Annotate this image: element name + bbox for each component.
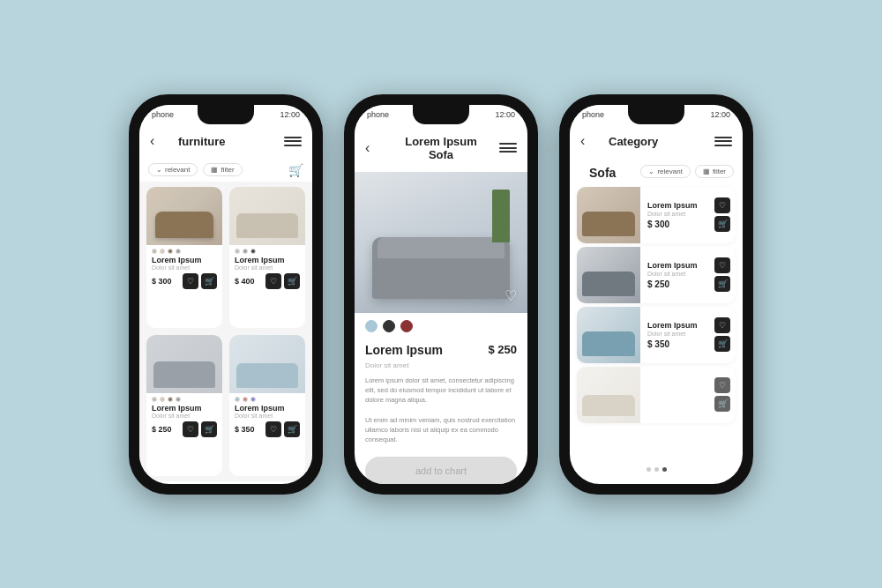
product-sub-4: Dolor sit amet [229,413,305,419]
list-image-2 [577,247,640,303]
cart-btn-2[interactable]: 🛒 [284,273,300,289]
list-cart-btn-4[interactable]: 🛒 [714,396,730,412]
color-dots-3 [146,393,222,404]
list-cart-btn-3[interactable]: 🛒 [714,336,730,352]
status-left-1: phone [152,110,174,119]
relevant-filter-3[interactable]: ⌄ relevant [640,165,690,178]
product-sub-3: Dolor sit amet [146,413,222,419]
list-info-2: Lorem Ipsum Dolor sit amet $ 250 [640,256,709,294]
filter-button-1[interactable]: ▦ filter [203,163,242,176]
scroll-dot-2 [654,467,659,472]
color-option-red[interactable] [400,320,413,332]
list-wishlist-btn-4[interactable]: ♡ [714,377,730,393]
list-cart-btn-2[interactable]: 🛒 [714,276,730,292]
filter-button-3[interactable]: ▦ filter [695,165,734,178]
product-sub-2: Dolor sit amet [229,264,305,271]
list-cart-btn-1[interactable]: 🛒 [714,216,730,232]
filter-label-3: filter [713,167,726,175]
color-dots-4 [229,393,305,404]
wishlist-btn-3[interactable]: ♡ [183,421,198,437]
color-selector [355,313,527,339]
color-dot-3[interactable] [168,249,173,254]
nav-bar-3: ‹ Category [570,124,743,159]
color-dot-5[interactable] [235,249,240,254]
product-footer-1: $ 300 ♡ 🛒 [146,271,222,289]
cart-icon-1[interactable]: 🛒 [288,163,303,177]
color-dots-2 [229,245,305,256]
product-price-1: $ 300 [152,277,172,286]
product-price-3: $ 250 [152,425,172,434]
product-grid-1: Lorem Ipsum Dolor sit amet $ 300 ♡ 🛒 [139,182,312,481]
back-button-2[interactable]: ‹ [365,140,383,156]
product-image-3 [146,335,222,393]
phone-2-screen: phone 12:00 ‹ Lorem Ipsum Sofa ♡ Lorem I… [355,105,527,484]
cart-btn-3[interactable]: 🛒 [201,421,217,437]
cart-btn-4[interactable]: 🛒 [284,421,300,437]
color-dot-14[interactable] [250,397,256,402]
scroll-dot-1 [647,467,651,472]
product-card-3: Lorem Ipsum Dolor sit amet $ 250 ♡ 🛒 [146,335,222,476]
wishlist-btn-1[interactable]: ♡ [183,273,198,289]
product-actions-2: ♡ 🛒 [265,273,300,289]
list-info-3: Lorem Ipsum Dolor sit amet $ 350 [640,316,709,354]
page-title-3: Category [598,130,714,153]
list-name-3: Lorem Ipsum [647,321,702,330]
detail-image: ♡ [355,172,527,313]
product-card-4: Lorem Ipsum Dolor sit amet $ 350 ♡ 🛒 [229,335,305,476]
wishlist-btn-2[interactable]: ♡ [265,273,281,289]
product-name-2: Lorem Ipsum [229,256,305,264]
color-dot-11[interactable] [176,397,181,402]
list-wishlist-btn-3[interactable]: ♡ [714,317,730,333]
color-dot-8[interactable] [152,397,157,402]
detail-wishlist-btn[interactable]: ♡ [505,287,517,304]
detail-product-title: Lorem Ipsum [365,343,443,357]
list-image-1 [577,187,640,243]
color-dot-6[interactable] [243,249,248,254]
list-actions-3: ♡ 🛒 [709,312,736,357]
list-wishlist-btn-2[interactable]: ♡ [714,257,730,273]
color-dot-2[interactable] [160,249,165,254]
menu-button-1[interactable] [284,137,302,146]
status-right-3: 12:00 [710,110,730,119]
filter-arrow-1: ⌄ [156,166,162,174]
cart-btn-1[interactable]: 🛒 [201,273,217,289]
detail-product-desc: Lorem ipsum dolor sit amet, consectetur … [355,370,527,450]
phone-1-screen: phone 12:00 ‹ furniture ⌄ relevant ▦ fil… [139,105,312,484]
product-sub-1: Dolor sit amet [146,264,222,271]
status-right-1: 12:00 [280,110,300,119]
back-button-3[interactable]: ‹ [580,133,598,149]
list-actions-4: ♡ 🛒 [709,372,736,417]
list-info-4 [640,388,709,401]
color-dot-7[interactable] [250,249,256,254]
detail-plant-art [492,190,510,242]
detail-product-price: $ 250 [488,343,517,356]
color-dot-1[interactable] [152,249,157,254]
list-wishlist-btn-1[interactable]: ♡ [714,197,730,213]
back-button-1[interactable]: ‹ [150,133,168,149]
relevant-filter-1[interactable]: ⌄ relevant [148,163,198,176]
color-option-blue[interactable] [365,320,377,332]
scroll-dot-3 [662,467,667,472]
menu-button-3[interactable] [714,137,732,146]
color-dot-9[interactable] [160,397,165,402]
product-name-3: Lorem Ipsum [146,404,222,413]
phone-2: phone 12:00 ‹ Lorem Ipsum Sofa ♡ Lorem I… [344,94,538,495]
color-option-black[interactable] [383,320,395,332]
menu-button-2[interactable] [499,143,517,153]
category-list: Lorem Ipsum Dolor sit amet $ 300 ♡ 🛒 Lor… [570,183,743,462]
product-actions-3: ♡ 🛒 [183,421,217,437]
relevant-label-3: relevant [657,167,682,175]
phone-3: phone 12:00 ‹ Category Sofa ⌄ relevant ▦… [559,94,753,495]
page-title-1: furniture [168,130,284,153]
notch-2 [413,105,469,124]
color-dot-13[interactable] [243,397,248,402]
color-dot-10[interactable] [168,397,173,402]
phone-3-screen: phone 12:00 ‹ Category Sofa ⌄ relevant ▦… [570,105,743,484]
product-footer-2: $ 400 ♡ 🛒 [229,271,305,289]
color-dot-12[interactable] [235,397,240,402]
color-dot-4[interactable] [176,249,181,254]
list-name-2: Lorem Ipsum [647,261,702,270]
add-to-cart-button[interactable]: add to chart [365,457,517,483]
wishlist-btn-4[interactable]: ♡ [265,421,281,437]
notch-3 [628,105,684,124]
